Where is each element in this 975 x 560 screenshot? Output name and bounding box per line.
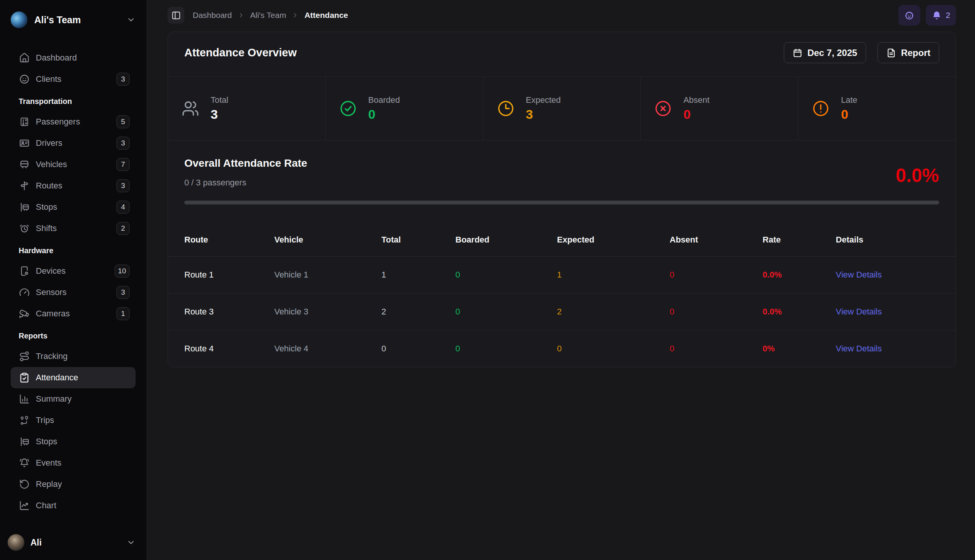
boarded-cell: 0	[456, 257, 557, 293]
vehicle-cell: Vehicle 3	[274, 293, 381, 330]
stat-label: Total	[210, 95, 228, 105]
routes-attendance-table: Route Vehicle Total Boarded Expected Abs…	[168, 213, 956, 367]
stat-late: Late 0	[798, 77, 956, 140]
breadcrumb-team[interactable]: Ali's Team	[250, 11, 286, 20]
report-label: Report	[901, 48, 930, 58]
count-badge: 1	[117, 307, 130, 320]
gauge-icon	[19, 287, 30, 298]
sidebar-item-replay[interactable]: Replay	[11, 473, 135, 495]
route-cell: Route 4	[168, 330, 274, 367]
count-badge: 2	[117, 222, 130, 235]
sidebar-item-label: Passengers	[36, 117, 110, 127]
sidebar-item-events[interactable]: Events	[11, 452, 135, 473]
sidebar-item-label: Routes	[36, 181, 110, 191]
absent-cell: 0	[669, 293, 763, 330]
team-switcher[interactable]: Ali's Team	[0, 0, 146, 31]
calendar-icon	[793, 48, 803, 58]
view-details-link[interactable]: View Details	[836, 307, 882, 317]
app-window: Ali's Team Dashboard Clients 3 Transport…	[0, 0, 975, 560]
attendance-rate-section: Overall Attendance Rate 0 / 3 passengers…	[168, 140, 956, 213]
sidebar-item-devices[interactable]: Devices 10	[11, 260, 135, 282]
sidebar-toggle-button[interactable]	[168, 7, 184, 23]
x-circle-icon	[654, 100, 672, 117]
sidebar-item-tracking[interactable]: Tracking	[11, 346, 135, 367]
stat-value: 3	[526, 107, 561, 122]
report-button[interactable]: Report	[878, 42, 939, 63]
sidebar-item-label: Sensors	[36, 287, 110, 297]
sidebar-item-stops-report[interactable]: Stops	[11, 431, 135, 452]
sidebar-item-clients[interactable]: Clients 3	[11, 68, 135, 90]
rate-cell: 0.0%	[763, 257, 836, 293]
stat-value: 3	[210, 107, 228, 122]
stat-label: Boarded	[368, 95, 400, 105]
stat-label: Absent	[683, 95, 710, 105]
chevron-right-icon	[238, 12, 244, 19]
column-header-total: Total	[381, 213, 455, 257]
rate-cell: 0.0%	[763, 293, 836, 330]
user-avatar	[8, 534, 24, 551]
expected-cell: 0	[557, 330, 670, 367]
bell-icon	[932, 10, 942, 20]
support-button[interactable]	[898, 5, 920, 25]
breadcrumb-dashboard[interactable]: Dashboard	[193, 11, 232, 20]
view-details-link[interactable]: View Details	[836, 344, 882, 353]
sidebar-item-attendance[interactable]: Attendance	[11, 367, 135, 388]
sidebar: Ali's Team Dashboard Clients 3 Transport…	[0, 0, 146, 560]
notifications-button[interactable]: 2	[926, 5, 956, 25]
sidebar-item-label: Dashboard	[36, 53, 130, 63]
bell-ring-icon	[19, 458, 30, 468]
chevron-right-icon	[292, 12, 299, 19]
route-cell: Route 1	[168, 257, 274, 293]
sidebar-item-shifts[interactable]: Shifts 2	[11, 218, 135, 239]
topbar-actions: 2	[898, 5, 956, 25]
stat-value: 0	[683, 107, 710, 122]
card-header: Attendance Overview Dec 7, 2025 Report	[168, 32, 956, 77]
sidebar-item-routes[interactable]: Routes 3	[11, 175, 135, 197]
sidebar-item-label: Events	[36, 458, 130, 468]
map-pins-icon	[19, 415, 30, 426]
sidebar-item-label: Attendance	[36, 373, 130, 383]
sidebar-item-trips[interactable]: Trips	[11, 410, 135, 431]
clients-face-icon	[19, 74, 30, 85]
sidebar-item-label: Shifts	[36, 223, 110, 233]
sidebar-item-summary[interactable]: Summary	[11, 388, 135, 410]
rate-subtitle: 0 / 3 passengers	[184, 178, 939, 188]
stat-total: Total 3	[168, 77, 325, 140]
sidebar-section-transportation: Transportation	[11, 90, 135, 111]
stats-row: Total 3 Boarded 0 Expected 3	[168, 77, 956, 140]
sidebar-item-chart[interactable]: Chart	[11, 495, 135, 516]
sidebar-item-passengers[interactable]: Passengers 5	[11, 111, 135, 132]
view-details-link[interactable]: View Details	[836, 270, 882, 280]
user-menu[interactable]: Ali	[0, 534, 146, 560]
line-chart-icon	[19, 500, 30, 511]
rate-percentage: 0.0%	[896, 165, 939, 187]
sidebar-item-label: Vehicles	[36, 160, 110, 169]
topbar: Dashboard Ali's Team Attendance 2	[146, 0, 975, 30]
stat-absent: Absent 0	[640, 77, 798, 140]
count-badge: 7	[117, 158, 130, 171]
column-header-expected: Expected	[557, 213, 670, 257]
alert-circle-icon	[812, 100, 830, 117]
total-cell: 1	[381, 257, 455, 293]
sidebar-item-stops[interactable]: Stops 4	[11, 197, 135, 218]
vehicle-cell: Vehicle 4	[274, 330, 381, 367]
count-badge: 10	[115, 265, 130, 278]
sidebar-item-dashboard[interactable]: Dashboard	[11, 47, 135, 68]
count-badge: 3	[117, 73, 130, 86]
sidebar-item-sensors[interactable]: Sensors 3	[11, 282, 135, 303]
file-text-icon	[886, 48, 896, 58]
alarm-clock-icon	[19, 223, 30, 234]
rate-cell: 0%	[763, 330, 836, 367]
column-header-vehicle: Vehicle	[274, 213, 381, 257]
sidebar-item-label: Tracking	[36, 352, 130, 361]
boarded-cell: 0	[456, 293, 557, 330]
home-icon	[19, 53, 30, 63]
rate-title: Overall Attendance Rate	[184, 157, 939, 169]
device-tablet-icon	[19, 266, 30, 277]
date-picker-button[interactable]: Dec 7, 2025	[784, 42, 866, 63]
sidebar-item-vehicles[interactable]: Vehicles 7	[11, 154, 135, 175]
sidebar-item-cameras[interactable]: Cameras 1	[11, 303, 135, 324]
cctv-icon	[19, 308, 30, 319]
sidebar-item-label: Chart	[36, 501, 130, 510]
sidebar-item-drivers[interactable]: Drivers 3	[11, 132, 135, 154]
